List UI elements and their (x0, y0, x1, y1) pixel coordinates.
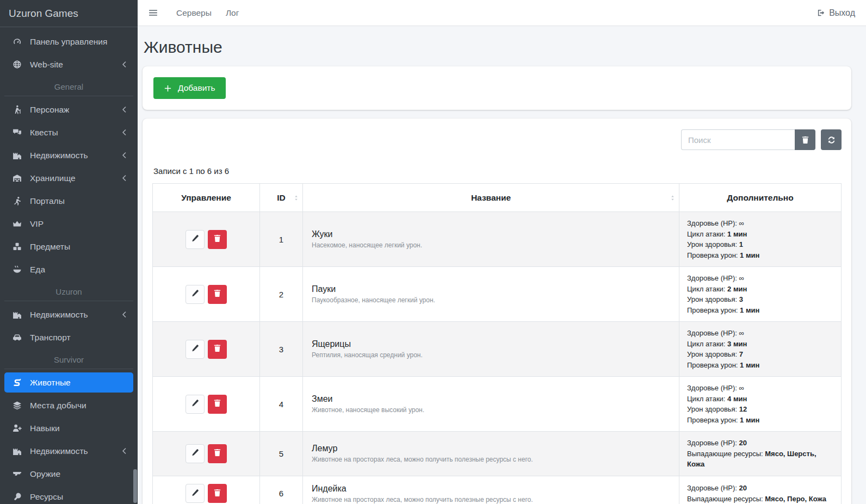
logout-label: Выход (829, 8, 855, 18)
delete-button[interactable] (208, 230, 227, 249)
table-body: 1ЖукиНасекомое, наносящее легкий урон.Зд… (153, 212, 842, 504)
refresh-icon (827, 136, 836, 144)
sidebar-item-label: Транспорт (30, 333, 71, 343)
sidebar-section-header: Survivor (4, 350, 133, 369)
sidebar-scrollbar-thumb[interactable] (133, 469, 137, 503)
delete-button[interactable] (208, 285, 227, 304)
row-id: 4 (260, 377, 303, 432)
brand-title: Uzuron Games (0, 0, 138, 27)
nav-link-log[interactable]: Лог (226, 8, 239, 18)
sidebar-item-label: Ресурсы (30, 492, 63, 502)
row-description: Животное на просторах леса, можно получи… (312, 456, 670, 463)
nav-link-servers[interactable]: Серверы (176, 8, 212, 18)
warehouse-icon (10, 173, 24, 183)
gun-icon (10, 469, 24, 478)
sidebar-item-estate-general[interactable]: Недвижимость (4, 145, 133, 165)
table-row: 5ЛемурЖивотное на просторах леса, можно … (153, 432, 842, 476)
fort-icon (10, 151, 24, 160)
drumstick-icon (10, 492, 24, 501)
sidebar-item-estate-uzuron[interactable]: Недвижимость (4, 304, 133, 325)
sidebar-item-animals[interactable]: Животные (4, 372, 133, 393)
delete-button[interactable] (208, 340, 227, 359)
column-header-id[interactable]: ID (260, 184, 303, 212)
main-area: Серверы Лог Выход Животные Добавить (138, 0, 866, 504)
sidebar-item-food[interactable]: Еда (4, 259, 133, 279)
row-id: 1 (260, 212, 303, 267)
sidebar-item-vip[interactable]: VIP (4, 214, 133, 234)
search-input[interactable] (681, 129, 795, 150)
table-header-row: Управление ID Название Дополнительно (153, 184, 842, 212)
pencil-icon (191, 489, 199, 499)
pencil-icon (191, 449, 199, 458)
sidebar-item-storage[interactable]: Хранилище (4, 168, 133, 188)
delete-button[interactable] (208, 484, 227, 503)
car-icon (10, 333, 24, 342)
pencil-icon (191, 289, 199, 299)
fort-icon (10, 310, 24, 319)
row-name: Пауки (312, 284, 670, 294)
sidebar-item-estate-survivor[interactable]: Недвижимость (4, 441, 133, 461)
edit-button[interactable] (185, 340, 205, 359)
sidebar-item-resources[interactable]: Ресурсы (4, 487, 133, 504)
detail-line: Проверка урон: 1 мин (687, 360, 833, 371)
sidebar-item-skills[interactable]: Навыки (4, 418, 133, 438)
sidebar-item-label: Еда (30, 265, 45, 275)
trash-icon (213, 289, 221, 299)
chevron-left-icon (121, 447, 128, 455)
layers-icon (10, 401, 24, 410)
row-name: Змеи (312, 394, 670, 404)
edit-button[interactable] (185, 444, 205, 463)
detail-line: Урон здоровья: 3 (687, 294, 833, 305)
cubes-icon (10, 242, 24, 251)
detail-line: Здоровье (HP): 20 (687, 483, 833, 494)
edit-button[interactable] (185, 484, 205, 503)
details-cell: Здоровье (HP): ∞Цикл атаки: 2 минУрон зд… (679, 267, 842, 322)
sidebar-item-label: Недвижимость (30, 151, 88, 160)
clear-search-button[interactable] (795, 129, 815, 150)
search-input-group (681, 129, 815, 150)
manage-cell (153, 377, 260, 432)
detail-line: Цикл атаки: 2 мин (687, 284, 833, 295)
hamburger-icon[interactable] (149, 8, 158, 17)
column-header-id-label: ID (277, 193, 286, 202)
row-description: Насекомое, наносящее легкий урон. (312, 241, 670, 249)
edit-button[interactable] (185, 285, 205, 304)
refresh-button[interactable] (821, 129, 842, 150)
sidebar-item-weapons[interactable]: Оружие (4, 464, 133, 484)
name-cell: ЛемурЖивотное на просторах леса, можно п… (303, 432, 679, 476)
delete-button[interactable] (208, 444, 227, 463)
column-header-manage: Управление (153, 184, 260, 212)
column-header-name[interactable]: Название (303, 184, 679, 212)
sidebar-item-dashboard[interactable]: Панель управления (4, 32, 133, 52)
running-icon (10, 196, 24, 206)
detail-line: Цикл атаки: 3 мин (687, 339, 833, 350)
sidebar-item-transport[interactable]: Транспорт (4, 327, 133, 347)
add-button[interactable]: Добавить (153, 77, 226, 99)
sidebar-item-quests[interactable]: Квесты (4, 122, 133, 142)
edit-button[interactable] (185, 230, 205, 249)
sidebar-item-items[interactable]: Предметы (4, 237, 133, 257)
row-description: Паукообразное, наносящее легкий урон. (312, 296, 670, 304)
person-hiking-icon (10, 105, 24, 114)
logout-button[interactable]: Выход (817, 8, 855, 18)
manage-cell (153, 212, 260, 267)
detail-line: Здоровье (HP): ∞ (687, 328, 833, 339)
column-header-extra: Дополнительно (679, 184, 842, 212)
name-cell: ЖукиНасекомое, наносящее легкий урон. (303, 212, 679, 267)
globe-icon (10, 60, 24, 69)
detail-line: Урон здоровья: 1 (687, 239, 833, 250)
sidebar-item-portals[interactable]: Порталы (4, 191, 133, 211)
edit-button[interactable] (185, 395, 205, 414)
snake-icon (10, 378, 24, 387)
name-cell: ИндейкаЖивотное на просторах леса, можно… (303, 476, 679, 504)
detail-line: Цикл атаки: 1 мин (687, 229, 833, 240)
sidebar-item-web-site[interactable]: Web-site (4, 54, 133, 74)
animals-table: Управление ID Название Дополнительно 1Жу… (152, 183, 842, 504)
detail-line: Здоровье (HP): ∞ (687, 218, 833, 229)
sidebar-item-label: Хранилище (30, 173, 76, 183)
delete-button[interactable] (208, 395, 227, 414)
sidebar-item-character[interactable]: Персонаж (4, 99, 133, 120)
sidebar-item-label: Недвижимость (30, 310, 88, 320)
sidebar-item-label: Квесты (30, 128, 58, 138)
sidebar-item-mining-spots[interactable]: Места добычи (4, 395, 133, 415)
